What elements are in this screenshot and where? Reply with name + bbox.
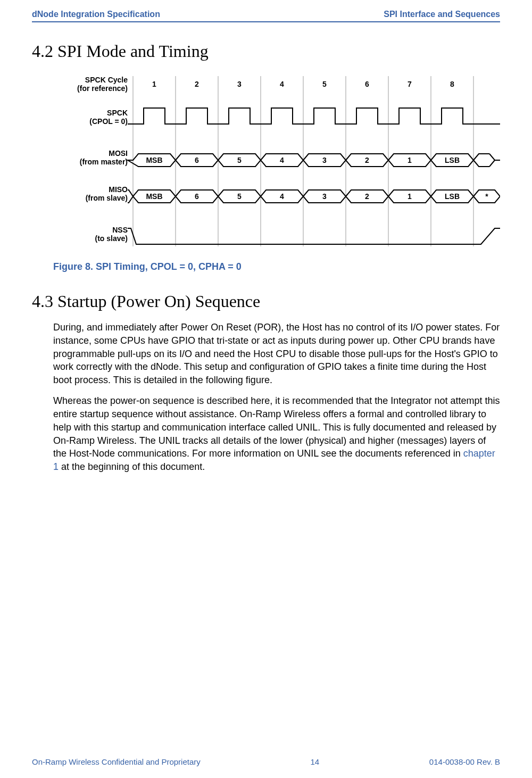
svg-text:(from slave): (from slave) <box>86 194 128 202</box>
svg-text:(from master): (from master) <box>80 158 128 166</box>
cycle-8: 8 <box>450 80 454 88</box>
header-right: SPI Interface and Sequences <box>384 10 500 19</box>
cycle-7: 7 <box>408 80 412 88</box>
cycle-6: 6 <box>365 80 369 88</box>
svg-text:(CPOL = 0): (CPOL = 0) <box>89 117 128 126</box>
svg-text:6: 6 <box>195 192 199 201</box>
svg-text:6: 6 <box>195 156 199 164</box>
svg-text:1: 1 <box>408 156 412 164</box>
svg-text:4: 4 <box>280 192 284 201</box>
svg-text:2: 2 <box>365 192 369 201</box>
p2-part-b: at the beginning of this document. <box>59 461 205 472</box>
svg-text:MSB: MSB <box>146 192 162 201</box>
spi-timing-diagram: SPCK Cycle (for reference) SPCK (CPOL = … <box>53 71 500 254</box>
svg-text:SPCK Cycle: SPCK Cycle <box>85 76 128 84</box>
svg-text:(for reference): (for reference) <box>77 84 128 93</box>
cycle-1: 1 <box>152 80 156 88</box>
heading-4-3: 4.3 Startup (Power On) Sequence <box>32 292 500 311</box>
footer-left: On-Ramp Wireless Confidential and Propri… <box>32 757 201 766</box>
svg-text:MISO: MISO <box>109 185 128 194</box>
svg-text:4: 4 <box>280 156 284 164</box>
svg-text:3: 3 <box>322 192 327 201</box>
figure-8-caption: Figure 8. SPI Timing, CPOL = 0, CPHA = 0 <box>53 261 500 272</box>
svg-text:(to slave): (to slave) <box>95 234 128 243</box>
svg-text:2: 2 <box>365 156 369 164</box>
svg-text:SPCK: SPCK <box>107 109 128 117</box>
svg-text:5: 5 <box>237 156 242 164</box>
svg-text:MOSI: MOSI <box>109 149 128 158</box>
svg-text:MSB: MSB <box>146 156 162 164</box>
footer-page-number: 14 <box>310 757 319 766</box>
svg-text:1: 1 <box>408 192 412 201</box>
svg-text:*: * <box>485 192 488 201</box>
p2-part-a: Whereas the power-on sequence is describ… <box>53 395 500 459</box>
svg-text:LSB: LSB <box>445 192 460 201</box>
paragraph-2: Whereas the power-on sequence is describ… <box>53 394 500 474</box>
svg-text:5: 5 <box>237 192 242 201</box>
cycle-3: 3 <box>237 80 242 88</box>
cycle-5: 5 <box>322 80 327 88</box>
svg-text:LSB: LSB <box>445 156 460 164</box>
svg-text:NSS: NSS <box>112 226 128 234</box>
heading-4-2: 4.2 SPI Mode and Timing <box>32 42 500 61</box>
cycle-4: 4 <box>280 80 284 88</box>
spck-waveform <box>128 108 500 124</box>
header-left: dNode Integration Specification <box>32 10 160 19</box>
cycle-2: 2 <box>195 80 199 88</box>
page-footer: On-Ramp Wireless Confidential and Propri… <box>32 757 500 766</box>
paragraph-1: During, and immediately after Power On R… <box>53 321 500 387</box>
nss-waveform <box>128 228 500 244</box>
svg-text:3: 3 <box>322 156 327 164</box>
footer-right: 014-0038-00 Rev. B <box>429 757 500 766</box>
page-header: dNode Integration Specification SPI Inte… <box>32 0 500 22</box>
